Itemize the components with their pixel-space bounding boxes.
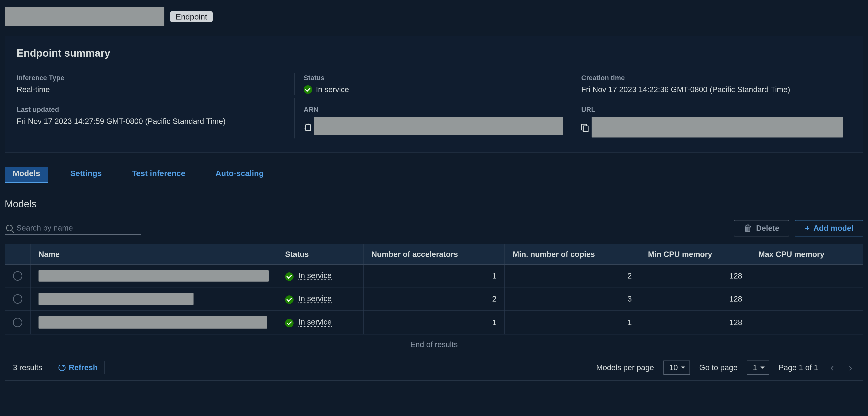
table-footer: 3 results Refresh Models per page 10 Go …	[5, 355, 863, 381]
copy-arn-icon[interactable]	[304, 123, 310, 129]
url-redacted	[592, 117, 843, 138]
model-name-redacted[interactable]	[38, 293, 193, 305]
delete-button[interactable]: 🗑 Delete	[734, 220, 789, 236]
next-page-button[interactable]: ›	[846, 362, 855, 374]
tab-auto-scaling[interactable]: Auto-scaling	[207, 167, 272, 183]
delete-label: Delete	[756, 224, 779, 233]
trash-icon: 🗑	[744, 224, 752, 233]
tab-settings[interactable]: Settings	[62, 167, 110, 183]
plus-icon: +	[805, 224, 809, 233]
models-per-page-label: Models per page	[596, 363, 654, 372]
search-icon	[6, 225, 13, 231]
table-row: In service 1 2 128	[5, 265, 863, 288]
copy-url-icon[interactable]	[581, 124, 588, 130]
go-to-page-label: Go to page	[699, 363, 737, 372]
label-status: Status	[304, 74, 563, 82]
status-link[interactable]: In service	[299, 271, 332, 280]
status-success-icon	[285, 295, 293, 304]
arn-redacted	[314, 117, 563, 135]
refresh-button[interactable]: Refresh	[52, 361, 104, 374]
row-radio[interactable]	[13, 294, 22, 304]
add-model-button[interactable]: + Add model	[795, 220, 863, 236]
breadcrumb: Endpoint	[5, 7, 863, 26]
add-model-label: Add model	[813, 224, 854, 233]
cell-max-mem	[750, 288, 863, 311]
value-inference-type: Real-time	[17, 85, 286, 94]
search-wrap	[5, 221, 141, 235]
prev-page-button[interactable]: ‹	[828, 362, 837, 374]
cell-min-mem: 128	[640, 311, 750, 334]
endpoint-badge: Endpoint	[170, 11, 213, 22]
search-input[interactable]	[17, 224, 140, 233]
col-min-memory[interactable]: Min CPU memory	[640, 244, 750, 265]
tabs: Models Settings Test inference Auto-scal…	[5, 167, 863, 183]
cell-min-mem: 128	[640, 288, 750, 311]
row-radio[interactable]	[13, 271, 22, 280]
value-status: In service	[316, 85, 349, 94]
label-url: URL	[581, 106, 843, 114]
col-name[interactable]: Name	[31, 244, 277, 265]
cell-accel: 1	[363, 311, 504, 334]
refresh-label: Refresh	[69, 363, 98, 372]
status-success-icon	[285, 272, 293, 281]
refresh-icon	[59, 364, 65, 371]
label-creation-time: Creation time	[581, 74, 843, 82]
model-name-redacted[interactable]	[38, 316, 267, 329]
col-accelerators[interactable]: Number of accelerators	[363, 244, 504, 265]
label-inference-type: Inference Type	[17, 74, 286, 82]
status-link[interactable]: In service	[299, 318, 332, 326]
model-name-redacted[interactable]	[38, 270, 269, 281]
cell-min-copies: 3	[504, 288, 640, 311]
tab-test-inference[interactable]: Test inference	[124, 167, 193, 183]
row-radio[interactable]	[13, 318, 22, 327]
go-to-page-select[interactable]: 1	[747, 360, 769, 375]
cell-min-mem: 128	[640, 265, 750, 288]
panel-title: Endpoint summary	[17, 47, 851, 59]
cell-accel: 1	[363, 265, 504, 288]
col-min-copies[interactable]: Min. number of copies	[504, 244, 640, 265]
results-count: 3 results	[13, 363, 42, 372]
table-row: In service 2 3 128	[5, 288, 863, 311]
cell-accel: 2	[363, 288, 504, 311]
value-creation-time: Fri Nov 17 2023 14:22:36 GMT-0800 (Pacif…	[581, 85, 843, 94]
label-arn: ARN	[304, 106, 563, 114]
table-row: In service 1 1 128	[5, 311, 863, 334]
col-select	[5, 244, 31, 265]
col-status[interactable]: Status	[277, 244, 364, 265]
cell-max-mem	[750, 265, 863, 288]
page-info: Page 1 of 1	[778, 363, 818, 372]
models-table: Name Status Number of accelerators Min. …	[5, 244, 863, 334]
cell-min-copies: 1	[504, 311, 640, 334]
models-per-page-select[interactable]: 10	[663, 360, 690, 375]
status-success-icon	[304, 85, 312, 94]
endpoint-summary-panel: Endpoint summary Inference Type Real-tim…	[5, 36, 863, 153]
tab-models[interactable]: Models	[5, 167, 48, 183]
cell-min-copies: 2	[504, 265, 640, 288]
label-last-updated: Last updated	[17, 106, 286, 114]
cell-max-mem	[750, 311, 863, 334]
status-link[interactable]: In service	[299, 294, 332, 303]
value-last-updated: Fri Nov 17 2023 14:27:59 GMT-0800 (Pacif…	[17, 117, 286, 126]
breadcrumb-redacted	[5, 7, 164, 26]
status-success-icon	[285, 319, 293, 327]
col-max-memory[interactable]: Max CPU memory	[750, 244, 863, 265]
models-section-title: Models	[5, 198, 863, 210]
end-of-results: End of results	[5, 334, 863, 355]
